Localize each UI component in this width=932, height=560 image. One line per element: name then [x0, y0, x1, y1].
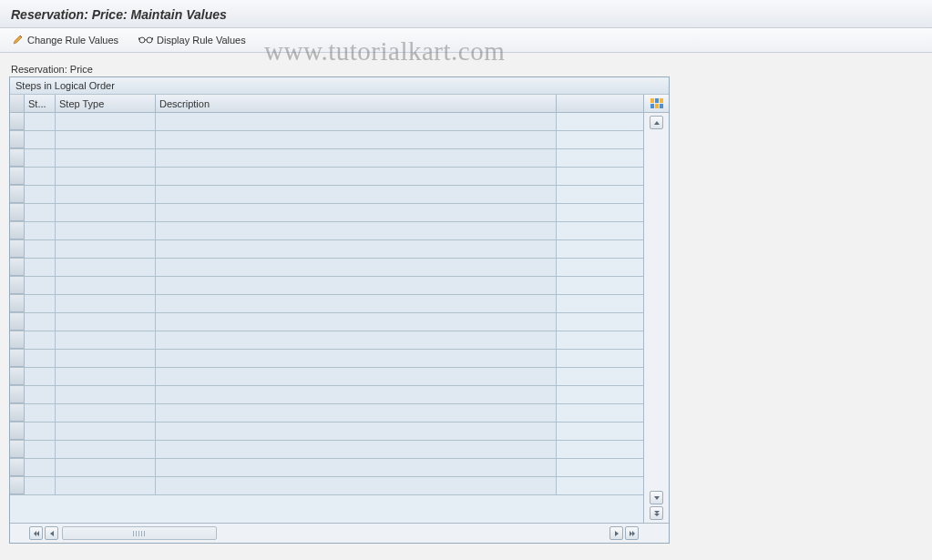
col-header-step-type[interactable]: Step Type: [56, 95, 156, 112]
cell-description[interactable]: [156, 441, 557, 458]
scroll-first-button[interactable]: [29, 526, 43, 540]
cell-st[interactable]: [25, 186, 56, 203]
table-row[interactable]: [10, 204, 643, 222]
cell-description[interactable]: [156, 240, 557, 258]
table-row[interactable]: [10, 386, 643, 404]
cell-description[interactable]: [156, 368, 557, 385]
cell-st[interactable]: [25, 477, 56, 494]
table-row[interactable]: [10, 441, 643, 459]
cell-st[interactable]: [25, 423, 56, 440]
cell-step-type[interactable]: [56, 313, 156, 331]
cell-description[interactable]: [156, 204, 557, 221]
cell-step-type[interactable]: [56, 277, 156, 294]
table-row[interactable]: [10, 331, 643, 350]
scroll-right-button[interactable]: [609, 526, 623, 540]
table-row[interactable]: [10, 404, 643, 423]
horizontal-scroll-thumb[interactable]: [62, 526, 217, 540]
cell-step-type[interactable]: [56, 459, 156, 476]
cell-st[interactable]: [25, 313, 56, 331]
cell-st[interactable]: [25, 222, 56, 239]
scroll-left-button[interactable]: [45, 526, 58, 540]
cell-description[interactable]: [156, 404, 557, 422]
cell-st[interactable]: [25, 259, 56, 276]
cell-st[interactable]: [25, 277, 56, 294]
cell-step-type[interactable]: [56, 368, 156, 385]
cell-step-type[interactable]: [56, 131, 156, 148]
cell-description[interactable]: [156, 186, 557, 203]
cell-st[interactable]: [25, 350, 56, 367]
cell-st[interactable]: [25, 459, 56, 476]
cell-st[interactable]: [25, 441, 56, 458]
row-selector[interactable]: [10, 277, 25, 294]
cell-step-type[interactable]: [56, 441, 156, 458]
row-selector[interactable]: [10, 259, 25, 276]
cell-description[interactable]: [156, 331, 557, 349]
row-selector[interactable]: [10, 168, 25, 185]
cell-st[interactable]: [25, 386, 56, 403]
row-selector[interactable]: [10, 295, 25, 312]
table-row[interactable]: [10, 259, 643, 277]
row-selector[interactable]: [10, 186, 25, 203]
row-selector[interactable]: [10, 459, 25, 476]
cell-step-type[interactable]: [56, 240, 156, 258]
table-row[interactable]: [10, 459, 643, 477]
row-selector[interactable]: [10, 386, 25, 403]
cell-description[interactable]: [156, 350, 557, 367]
scroll-last-button[interactable]: [625, 526, 639, 540]
cell-step-type[interactable]: [56, 113, 156, 130]
table-row[interactable]: [10, 477, 643, 495]
cell-st[interactable]: [25, 368, 56, 385]
cell-step-type[interactable]: [56, 168, 156, 185]
col-header-description[interactable]: Description: [156, 95, 557, 112]
cell-step-type[interactable]: [56, 404, 156, 422]
row-selector[interactable]: [10, 441, 25, 458]
table-row[interactable]: [10, 240, 643, 259]
row-selector[interactable]: [10, 131, 25, 148]
row-selector[interactable]: [10, 313, 25, 331]
table-row[interactable]: [10, 423, 643, 441]
table-row[interactable]: [10, 186, 643, 204]
table-row[interactable]: [10, 149, 643, 168]
table-row[interactable]: [10, 113, 643, 131]
cell-step-type[interactable]: [56, 186, 156, 203]
cell-description[interactable]: [156, 149, 557, 167]
cell-step-type[interactable]: [56, 259, 156, 276]
table-row[interactable]: [10, 222, 643, 240]
cell-description[interactable]: [156, 222, 557, 239]
scroll-bottom-button[interactable]: [650, 506, 663, 520]
cell-description[interactable]: [156, 113, 557, 130]
row-selector[interactable]: [10, 204, 25, 221]
cell-description[interactable]: [156, 423, 557, 440]
cell-description[interactable]: [156, 168, 557, 185]
cell-step-type[interactable]: [56, 295, 156, 312]
cell-st[interactable]: [25, 113, 56, 130]
cell-step-type[interactable]: [56, 477, 156, 494]
cell-step-type[interactable]: [56, 423, 156, 440]
cell-step-type[interactable]: [56, 222, 156, 239]
cell-st[interactable]: [25, 204, 56, 221]
cell-step-type[interactable]: [56, 331, 156, 349]
row-selector[interactable]: [10, 404, 25, 422]
row-selector[interactable]: [10, 149, 25, 167]
row-selector[interactable]: [10, 477, 25, 494]
cell-st[interactable]: [25, 149, 56, 167]
scroll-down-button[interactable]: [650, 491, 663, 504]
vertical-scrollbar[interactable]: [644, 113, 669, 523]
row-selector[interactable]: [10, 222, 25, 239]
cell-description[interactable]: [156, 259, 557, 276]
cell-step-type[interactable]: [56, 386, 156, 403]
row-selector[interactable]: [10, 423, 25, 440]
cell-description[interactable]: [156, 277, 557, 294]
display-rule-values-button[interactable]: Display Rule Values: [135, 33, 250, 47]
table-settings-button[interactable]: [644, 95, 669, 113]
table-row[interactable]: [10, 350, 643, 368]
cell-st[interactable]: [25, 404, 56, 422]
cell-st[interactable]: [25, 331, 56, 349]
table-row[interactable]: [10, 277, 643, 295]
cell-description[interactable]: [156, 313, 557, 331]
change-rule-values-button[interactable]: Change Rule Values: [9, 32, 122, 48]
scroll-up-button[interactable]: [650, 116, 663, 129]
table-row[interactable]: [10, 313, 643, 331]
row-selector[interactable]: [10, 331, 25, 349]
cell-step-type[interactable]: [56, 204, 156, 221]
